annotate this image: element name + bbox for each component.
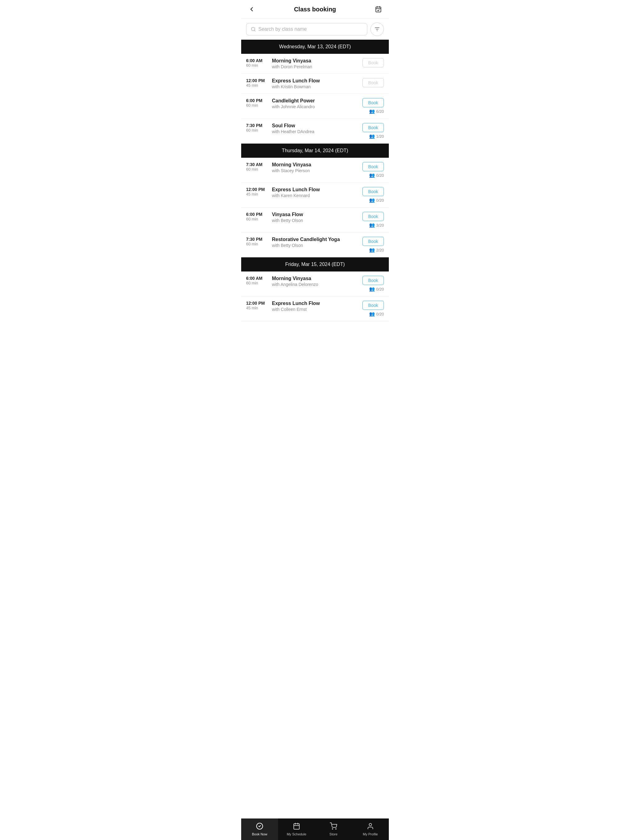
nav-item-book-now[interactable]: Book Now bbox=[241, 818, 278, 840]
class-name: Express Lunch Flow bbox=[272, 301, 359, 306]
class-capacity: 👥0/20 bbox=[369, 286, 384, 292]
class-time-block: 6:00 AM60 min bbox=[246, 58, 268, 68]
book-button[interactable]: Book bbox=[362, 162, 384, 171]
class-info: Express Lunch Flowwith Kristin Bowman bbox=[272, 78, 359, 89]
book-button[interactable]: Book bbox=[362, 301, 384, 310]
class-row: 12:00 PM45 minExpress Lunch Flowwith Kri… bbox=[241, 74, 389, 94]
class-time-block: 12:00 PM45 min bbox=[246, 78, 268, 88]
class-time-main: 6:00 AM bbox=[246, 58, 268, 63]
book-button: Book bbox=[362, 58, 384, 67]
people-icon: 👥 bbox=[369, 197, 375, 203]
capacity-text: 0/20 bbox=[376, 198, 384, 203]
book-button[interactable]: Book bbox=[362, 276, 384, 285]
class-name: Morning Vinyasa bbox=[272, 276, 359, 281]
class-time-main: 7:30 AM bbox=[246, 162, 268, 167]
people-icon: 👥 bbox=[369, 286, 375, 292]
class-name: Candlelight Power bbox=[272, 98, 359, 104]
class-row: 6:00 PM60 minCandlelight Powerwith Johnn… bbox=[241, 94, 389, 119]
class-capacity: 👥0/20 bbox=[369, 197, 384, 203]
class-row: 12:00 PM45 minExpress Lunch Flowwith Kar… bbox=[241, 183, 389, 208]
class-action: Book👥0/20 bbox=[362, 276, 384, 292]
class-time-block: 7:30 PM60 min bbox=[246, 123, 268, 133]
class-capacity: 👥3/20 bbox=[369, 222, 384, 228]
nav-item-my-schedule[interactable]: My Schedule bbox=[278, 818, 315, 840]
class-name: Vinyasa Flow bbox=[272, 212, 359, 217]
class-action: Book bbox=[362, 78, 384, 87]
class-row: 6:00 AM60 minMorning Vinyasawith Angelin… bbox=[241, 272, 389, 297]
nav-item-my-profile[interactable]: My Profile bbox=[352, 818, 389, 840]
class-time-main: 12:00 PM bbox=[246, 187, 268, 192]
class-action: Book👥3/20 bbox=[362, 212, 384, 228]
book-button: Book bbox=[362, 78, 384, 87]
class-instructor: with Stacey Pierson bbox=[272, 168, 359, 173]
book-button[interactable]: Book bbox=[362, 123, 384, 132]
class-capacity: 👥1/20 bbox=[369, 133, 384, 139]
class-time-duration: 60 min bbox=[246, 128, 268, 133]
class-time-duration: 60 min bbox=[246, 103, 268, 107]
capacity-text: 0/20 bbox=[376, 312, 384, 316]
class-capacity: 👥0/20 bbox=[369, 172, 384, 178]
class-time-duration: 60 min bbox=[246, 281, 268, 285]
class-instructor: with Doron Perelman bbox=[272, 64, 359, 69]
class-action: Book bbox=[362, 58, 384, 67]
back-button[interactable] bbox=[246, 4, 257, 15]
book-button[interactable]: Book bbox=[362, 98, 384, 107]
search-icon bbox=[251, 27, 256, 32]
class-instructor: with Johnnie Alicandro bbox=[272, 104, 359, 109]
svg-point-16 bbox=[369, 823, 372, 826]
book-button[interactable]: Book bbox=[362, 212, 384, 221]
class-name: Morning Vinyasa bbox=[272, 162, 359, 167]
class-info: Vinyasa Flowwith Betty Olson bbox=[272, 212, 359, 223]
capacity-text: 2/20 bbox=[376, 248, 384, 253]
class-row: 7:30 PM60 minSoul Flowwith Heather DAndr… bbox=[241, 119, 389, 144]
class-info: Express Lunch Flowwith Karen Kennard bbox=[272, 187, 359, 198]
class-time-block: 7:30 PM60 min bbox=[246, 237, 268, 246]
class-instructor: with Heather DAndrea bbox=[272, 129, 359, 134]
class-instructor: with Betty Olson bbox=[272, 218, 359, 223]
class-info: Express Lunch Flowwith Colleen Ernst bbox=[272, 301, 359, 312]
class-time-block: 7:30 AM60 min bbox=[246, 162, 268, 172]
class-time-main: 7:30 PM bbox=[246, 237, 268, 242]
shopping-cart-icon bbox=[330, 823, 337, 831]
class-info: Morning Vinyasawith Doron Perelman bbox=[272, 58, 359, 69]
class-time-main: 12:00 PM bbox=[246, 78, 268, 83]
svg-rect-10 bbox=[294, 824, 299, 829]
class-action: Book👥2/20 bbox=[362, 237, 384, 253]
nav-label-my-schedule: My Schedule bbox=[287, 832, 306, 836]
page-title: Class booking bbox=[294, 6, 336, 13]
class-time-main: 7:30 PM bbox=[246, 123, 268, 128]
class-time-duration: 60 min bbox=[246, 242, 268, 246]
class-row: 7:30 AM60 minMorning Vinyasawith Stacey … bbox=[241, 158, 389, 183]
class-instructor: with Betty Olson bbox=[272, 243, 359, 248]
class-name: Soul Flow bbox=[272, 123, 359, 128]
class-row: 6:00 AM60 minMorning Vinyasawith Doron P… bbox=[241, 54, 389, 74]
class-time-duration: 45 min bbox=[246, 83, 268, 88]
class-name: Morning Vinyasa bbox=[272, 58, 359, 64]
class-time-duration: 60 min bbox=[246, 63, 268, 68]
class-time-duration: 45 min bbox=[246, 306, 268, 310]
people-icon: 👥 bbox=[369, 247, 375, 253]
svg-point-15 bbox=[336, 829, 336, 829]
class-instructor: with Karen Kennard bbox=[272, 193, 359, 198]
svg-line-5 bbox=[255, 30, 255, 31]
class-action: Book👥1/20 bbox=[362, 123, 384, 139]
bottom-nav: Book Now My Schedule Store bbox=[241, 818, 389, 840]
nav-label-book-now: Book Now bbox=[252, 832, 268, 836]
nav-item-store[interactable]: Store bbox=[315, 818, 352, 840]
book-button[interactable]: Book bbox=[362, 187, 384, 196]
class-time-main: 6:00 AM bbox=[246, 276, 268, 281]
search-input[interactable] bbox=[258, 27, 362, 32]
class-name: Express Lunch Flow bbox=[272, 187, 359, 193]
calendar-check-button[interactable] bbox=[373, 4, 384, 15]
filter-button[interactable] bbox=[370, 22, 384, 36]
check-circle-icon bbox=[256, 823, 263, 831]
book-button[interactable]: Book bbox=[362, 237, 384, 246]
class-action: Book👥0/20 bbox=[362, 301, 384, 317]
filter-icon bbox=[374, 26, 380, 32]
class-row: 7:30 PM60 minRestorative Candlelight Yog… bbox=[241, 232, 389, 257]
class-time-block: 6:00 PM60 min bbox=[246, 212, 268, 221]
class-info: Morning Vinyasawith Stacey Pierson bbox=[272, 162, 359, 173]
class-info: Soul Flowwith Heather DAndrea bbox=[272, 123, 359, 134]
user-icon bbox=[367, 823, 374, 831]
day-header-0: Wednesday, Mar 13, 2024 (EDT) bbox=[241, 39, 389, 54]
